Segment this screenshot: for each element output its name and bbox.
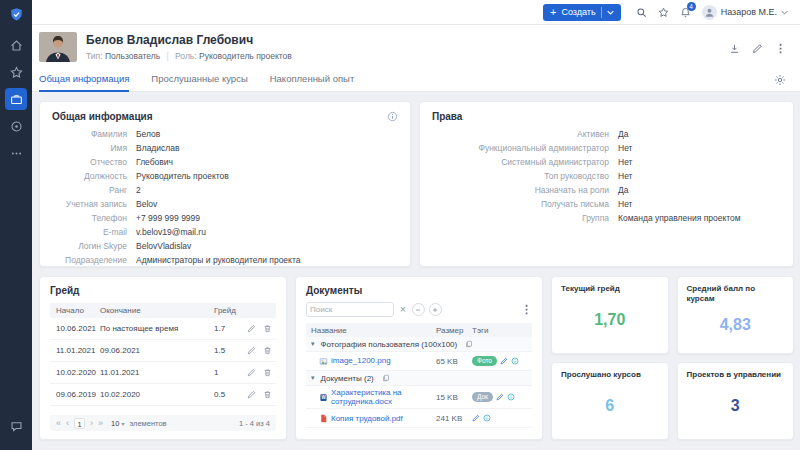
general-info-card: Общая информация ФамилияБелов ИмяВладисл… (39, 101, 411, 267)
documents-table-header: Название Размер Тэги (306, 323, 532, 337)
delete-trash-icon[interactable] (263, 324, 272, 333)
collapse-all-icon[interactable] (412, 303, 425, 316)
expand-all-icon[interactable] (429, 303, 442, 316)
edit-pencil-icon[interactable] (247, 324, 256, 333)
kebab-menu-icon[interactable]: ⋮ (521, 303, 532, 316)
pagination-range: 1 - 4 из 4 (239, 419, 270, 428)
caret-down-icon[interactable]: ▾ (311, 374, 315, 382)
copy-icon[interactable] (382, 374, 390, 382)
document-group-row[interactable]: ▾ Фотография пользователя (100x100) (306, 337, 532, 352)
document-group-row[interactable]: ▾ Документы (2) (306, 371, 532, 386)
field-label: Подразделение (52, 256, 136, 266)
home-icon (10, 39, 23, 52)
pdf-file-icon (319, 414, 328, 423)
stat-label: Прослушано курсов (561, 370, 659, 380)
download-icon[interactable] (729, 43, 740, 54)
document-size: 65 KB (436, 357, 472, 366)
info-icon[interactable] (507, 393, 515, 401)
main-area: + Создать 4 Назаров М.Е. Белов Вл (32, 0, 800, 450)
pagination-page-button[interactable]: 1 (74, 418, 85, 429)
create-button[interactable]: + Создать (543, 4, 621, 21)
profile-type-label: Тип: (86, 51, 103, 61)
sidebar-item-home[interactable] (5, 34, 27, 56)
edit-pencil-icon[interactable] (247, 368, 256, 377)
grade-value: 1.5 (214, 346, 242, 355)
edit-pencil-icon[interactable] (472, 414, 480, 422)
ellipsis-icon (10, 147, 23, 160)
caret-down-icon[interactable]: ▾ (311, 340, 315, 348)
field-label: Телефон (52, 214, 136, 224)
sidebar-item-chat[interactable] (5, 415, 27, 437)
stat-value: 6 (561, 380, 659, 432)
grade-end: 09.06.2021 (100, 346, 214, 355)
gear-icon[interactable] (774, 74, 786, 91)
pagination-prev-button[interactable]: ‹ (66, 419, 69, 428)
field-label: Системный администратор (432, 158, 618, 168)
favorites-star-icon[interactable] (658, 7, 669, 18)
info-icon[interactable] (387, 111, 398, 122)
document-row: image_1200.png 65 KB Фото (306, 352, 532, 371)
edit-pencil-icon[interactable] (496, 393, 504, 401)
profile-photo (39, 32, 77, 62)
field-value: Нет (618, 158, 632, 168)
sidebar-item-records[interactable] (5, 115, 27, 137)
sidebar-item-favorites[interactable] (5, 61, 27, 83)
edit-pencil-icon[interactable] (247, 346, 256, 355)
info-icon[interactable] (511, 357, 519, 365)
stat-label: Проектов в управлении (687, 370, 785, 380)
delete-trash-icon[interactable] (263, 368, 272, 377)
page-size-select[interactable]: 10▾ (111, 419, 124, 428)
sidebar-item-more[interactable] (5, 142, 27, 164)
column-header-start: Начало (50, 306, 100, 315)
general-card-title: Общая информация (52, 111, 153, 122)
notifications-bell-icon[interactable]: 4 (680, 7, 691, 18)
search-icon[interactable] (636, 7, 647, 18)
page-size-value: 10 (111, 419, 119, 428)
document-link[interactable]: image_1200.png (331, 356, 391, 365)
document-link[interactable]: Копия трудовой.pdf (331, 414, 403, 423)
grade-table-row: 11.01.2021 09.06.2021 1.5 (50, 340, 276, 362)
grade-value: 1 (214, 368, 242, 377)
edit-pencil-icon[interactable] (752, 43, 763, 54)
copy-icon[interactable] (465, 340, 473, 348)
rights-card-title: Права (432, 111, 781, 122)
user-avatar-icon (702, 5, 717, 20)
pagination-last-button[interactable]: » (98, 419, 103, 428)
info-icon[interactable] (483, 414, 491, 422)
stat-label: Текущий грейд (561, 284, 659, 294)
field-value: +7 999 999 9999 (136, 214, 200, 224)
edit-pencil-icon[interactable] (500, 357, 508, 365)
tab-courses[interactable]: Прослушанные курсы (151, 73, 247, 91)
edit-pencil-icon[interactable] (247, 390, 256, 399)
field-row: Логин SkypeBelovVladislav (52, 242, 398, 252)
field-value: Белов (136, 130, 160, 140)
documents-search-input[interactable] (310, 305, 390, 314)
profile-role-label: Роль: (175, 51, 197, 61)
field-label: Логин Skype (52, 242, 136, 252)
sidebar-item-employees[interactable] (5, 88, 27, 110)
user-menu[interactable]: Назаров М.Е. (702, 5, 788, 20)
clear-search-icon[interactable]: × (398, 305, 408, 315)
stat-card-courses-completed: Прослушано курсов 6 (551, 362, 669, 440)
rights-card: Права АктивенДа Функциональный администр… (419, 101, 794, 267)
group-name: Фотография пользователя (100x100) (321, 340, 458, 349)
tab-experience[interactable]: Накопленный опыт (270, 73, 355, 91)
field-row: Системный администраторНет (432, 158, 781, 168)
tab-general-info[interactable]: Общая информация (39, 73, 129, 91)
field-value: Глебович (136, 158, 173, 168)
grade-table-row: 10.06.2021 По настоящее время 1.7 (50, 318, 276, 340)
pagination-next-button[interactable]: › (90, 419, 93, 428)
field-value: Нет (618, 172, 632, 182)
grade-end: 11.01.2021 (100, 368, 214, 377)
grade-table-row: 10.02.2020 11.01.2021 1 (50, 362, 276, 384)
pagination-first-button[interactable]: « (56, 419, 61, 428)
group-link[interactable]: Команда управления проектом (618, 214, 741, 224)
kebab-menu-icon[interactable]: ⋮ (775, 42, 786, 55)
delete-trash-icon[interactable] (263, 346, 272, 355)
delete-trash-icon[interactable] (263, 390, 272, 399)
column-header-tags: Тэги (472, 326, 532, 335)
document-size: 15 KB (436, 393, 472, 402)
document-link[interactable]: Характеристика на сотрудника.docx (331, 388, 436, 406)
field-label: Группа (432, 214, 618, 224)
document-size: 241 KB (436, 414, 472, 423)
